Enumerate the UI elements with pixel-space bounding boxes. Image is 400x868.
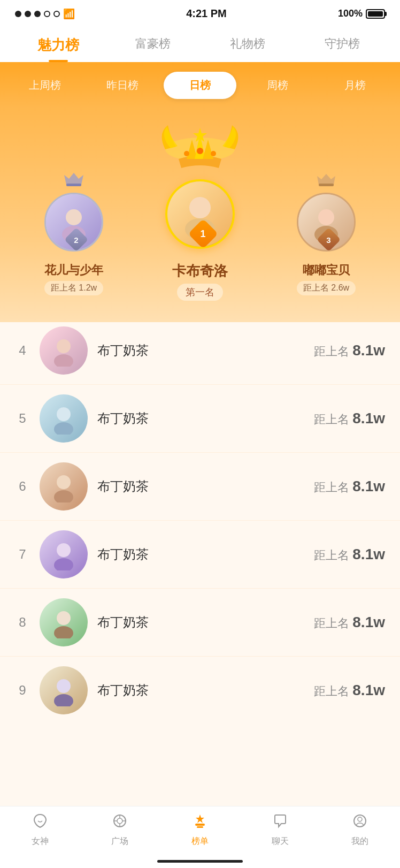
app-container: 📶 4:21 PM 100% 魅力榜 富豪榜 礼物榜 守护榜 上周榜 昨日榜 日… bbox=[0, 0, 400, 868]
svg-point-9 bbox=[66, 209, 82, 225]
list-item[interactable]: 4 布丁奶茶 距上名 8.1w bbox=[0, 317, 400, 384]
tab-rich[interactable]: 富豪榜 bbox=[105, 29, 200, 62]
svg-point-24 bbox=[57, 611, 71, 625]
list-avatar-6[interactable] bbox=[40, 462, 88, 511]
status-bar: 📶 4:21 PM 100% bbox=[0, 0, 400, 24]
svg-point-20 bbox=[57, 475, 71, 489]
ranking-icon bbox=[192, 813, 208, 833]
svg-point-25 bbox=[54, 626, 73, 638]
list-avatar-9[interactable] bbox=[40, 666, 88, 714]
hero-section: At bbox=[0, 106, 400, 322]
svg-point-19 bbox=[54, 422, 73, 435]
period-yesterday[interactable]: 昨日榜 bbox=[86, 72, 159, 99]
nav-goddess[interactable]: 女神 bbox=[0, 813, 80, 847]
svg-point-23 bbox=[54, 558, 73, 570]
svg-rect-8 bbox=[66, 184, 81, 186]
list-score-5: 距上名 8.1w bbox=[314, 410, 385, 428]
svg-rect-34 bbox=[195, 824, 205, 826]
list-score-7: 距上名 8.1w bbox=[314, 546, 385, 564]
nav-plaza[interactable]: 广场 bbox=[80, 813, 160, 847]
list-rank-6: 6 bbox=[15, 479, 30, 494]
signal-dot-2 bbox=[25, 11, 31, 17]
list-avatar-8[interactable] bbox=[40, 598, 88, 646]
list-score-6: 距上名 8.1w bbox=[314, 478, 385, 496]
podium: 2 花儿与少年 距上名 1.2w 1 bbox=[11, 171, 389, 301]
tab-guard[interactable]: 守护榜 bbox=[295, 29, 389, 62]
svg-point-21 bbox=[54, 490, 73, 502]
period-last-week[interactable]: 上周榜 bbox=[9, 72, 82, 99]
period-weekly[interactable]: 周榜 bbox=[241, 72, 314, 99]
list-rank-7: 7 bbox=[15, 547, 30, 562]
nav-chat-label: 聊天 bbox=[272, 836, 289, 847]
list-item[interactable]: 5 布丁奶茶 距上名 8.1w bbox=[0, 384, 400, 452]
list-avatar-5[interactable] bbox=[40, 394, 88, 443]
period-monthly[interactable]: 月榜 bbox=[318, 72, 391, 99]
svg-point-18 bbox=[57, 407, 71, 421]
rank-1-name: 卡布奇洛 bbox=[172, 262, 228, 280]
svg-point-17 bbox=[54, 354, 73, 367]
svg-rect-13 bbox=[319, 184, 334, 186]
signal-dot-3 bbox=[34, 11, 41, 17]
tab-charm[interactable]: 魅力榜 bbox=[11, 29, 105, 62]
list-section: 4 布丁奶茶 距上名 8.1w 5 布丁奶茶 距上名 bbox=[0, 311, 400, 806]
rank-3-avatar[interactable]: 3 bbox=[297, 193, 356, 252]
nav-ranking[interactable]: 榜单 bbox=[160, 813, 240, 847]
list-name-7: 布丁奶茶 bbox=[97, 546, 304, 563]
svg-point-14 bbox=[318, 209, 334, 225]
rank-2-name: 花儿与少年 bbox=[44, 262, 103, 278]
nav-mine[interactable]: 我的 bbox=[320, 813, 400, 847]
signal-area: 📶 bbox=[15, 8, 75, 20]
list-item[interactable]: 8 布丁奶茶 距上名 8.1w bbox=[0, 588, 400, 656]
list-rank-9: 9 bbox=[15, 683, 30, 698]
period-filter: 上周榜 昨日榜 日榜 周榜 月榜 bbox=[0, 62, 400, 106]
chat-icon bbox=[272, 813, 288, 833]
battery-icon bbox=[366, 9, 385, 19]
plaza-icon bbox=[112, 813, 128, 833]
battery-percent: 100% bbox=[338, 8, 363, 19]
crown-decoration bbox=[157, 117, 243, 176]
battery-area: 100% bbox=[338, 8, 385, 19]
list-item[interactable]: 7 布丁奶茶 距上名 8.1w bbox=[0, 520, 400, 588]
rank-2-subtitle: 距上名 1.2w bbox=[44, 281, 103, 295]
rank-3-crown-icon bbox=[316, 173, 337, 191]
bottom-nav: 女神 广场 bbox=[0, 806, 400, 860]
nav-ranking-label: 榜单 bbox=[191, 836, 209, 847]
rank-2-avatar[interactable]: 2 bbox=[44, 193, 103, 252]
svg-point-26 bbox=[57, 679, 71, 693]
top-tabs: 魅力榜 富豪榜 礼物榜 守护榜 bbox=[0, 24, 400, 62]
rank-1-item[interactable]: 1 卡布奇洛 第一名 bbox=[137, 179, 263, 301]
list-avatar-4[interactable] bbox=[40, 326, 88, 375]
signal-dot-5 bbox=[53, 11, 60, 17]
nav-mine-label: 我的 bbox=[351, 836, 368, 847]
svg-point-5 bbox=[184, 151, 189, 156]
list-rank-5: 5 bbox=[15, 411, 30, 426]
list-item[interactable]: 6 布丁奶茶 距上名 8.1w bbox=[0, 452, 400, 520]
home-bar bbox=[157, 860, 243, 863]
svg-point-27 bbox=[54, 694, 73, 706]
svg-point-6 bbox=[197, 148, 203, 154]
nav-chat[interactable]: 聊天 bbox=[240, 813, 320, 847]
period-daily[interactable]: 日榜 bbox=[164, 72, 237, 99]
svg-point-22 bbox=[57, 543, 71, 557]
wifi-icon: 📶 bbox=[63, 8, 75, 20]
signal-dot-1 bbox=[15, 11, 21, 17]
goddess-icon bbox=[32, 813, 48, 833]
list-avatar-7[interactable] bbox=[40, 530, 88, 578]
rank-3-name: 嘟嘟宝贝 bbox=[303, 262, 350, 278]
list-score-4: 距上名 8.1w bbox=[314, 342, 385, 360]
mine-icon bbox=[352, 813, 368, 833]
list-item[interactable]: 9 布丁奶茶 距上名 8.1w bbox=[0, 656, 400, 724]
rank-3-subtitle: 距上名 2.6w bbox=[297, 281, 356, 295]
time-display: 4:21 PM bbox=[186, 7, 227, 20]
signal-dot-4 bbox=[44, 11, 50, 17]
rank-1-avatar[interactable]: 1 bbox=[165, 179, 235, 249]
tab-gift[interactable]: 礼物榜 bbox=[200, 29, 295, 62]
rank-2-item[interactable]: 2 花儿与少年 距上名 1.2w bbox=[11, 171, 137, 301]
list-name-9: 布丁奶茶 bbox=[97, 682, 304, 699]
svg-rect-35 bbox=[197, 826, 203, 828]
crown-svg bbox=[157, 117, 243, 176]
svg-point-11 bbox=[189, 197, 211, 218]
rank-3-item[interactable]: 3 嘟嘟宝贝 距上名 2.6w bbox=[263, 173, 389, 301]
list-rank-4: 4 bbox=[15, 343, 30, 358]
list-name-6: 布丁奶茶 bbox=[97, 478, 304, 495]
